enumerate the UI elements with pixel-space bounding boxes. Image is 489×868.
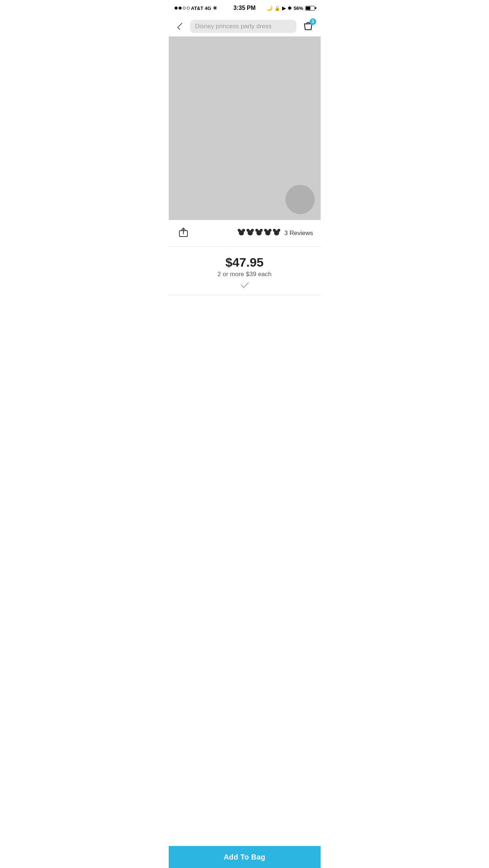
svg-point-2	[238, 229, 241, 232]
loading-icon: ✳	[213, 5, 217, 11]
clock: 3:35 PM	[233, 5, 255, 11]
svg-point-12	[269, 229, 271, 232]
battery-icon	[305, 6, 315, 11]
battery-fill	[306, 7, 310, 10]
star-5	[273, 228, 281, 238]
rating-section: 3 Reviews	[237, 228, 313, 238]
svg-point-11	[264, 229, 267, 232]
product-info: 3 Reviews $47.95 2 or more $39 each	[169, 220, 321, 295]
location-icon: ▶	[282, 6, 286, 11]
cart-badge: 3	[310, 18, 316, 25]
signal-strength	[175, 7, 190, 10]
battery-percent: 56%	[293, 6, 303, 11]
product-image	[169, 37, 321, 220]
status-bar: AT&T 4G ✳ 3:35 PM 🌙 🔒 ▶ ✱ 56%	[169, 0, 321, 16]
back-button[interactable]	[173, 20, 186, 33]
nav-bar: Disney princess party dress 3	[169, 16, 321, 37]
search-bar[interactable]: Disney princess party dress	[190, 20, 296, 33]
svg-point-9	[260, 229, 263, 232]
svg-point-15	[277, 229, 280, 232]
chevron-down-container[interactable]	[176, 278, 313, 289]
share-icon	[178, 227, 189, 239]
search-placeholder: Disney princess party dress	[195, 23, 272, 30]
add-to-bag-label: Add To Bag	[224, 853, 266, 861]
add-to-bag-button[interactable]: Add To Bag	[169, 846, 321, 868]
moon-icon: 🌙	[266, 5, 273, 11]
cart-button[interactable]: 3	[300, 18, 316, 34]
lock-icon: 🔒	[274, 6, 280, 11]
star-2	[246, 228, 254, 238]
star-4	[264, 228, 272, 238]
star-1	[237, 228, 245, 238]
svg-point-8	[255, 229, 258, 232]
signal-dot-2	[179, 7, 182, 10]
bluetooth-icon: ✱	[288, 6, 292, 11]
svg-point-3	[242, 229, 245, 232]
signal-dot-3	[183, 7, 186, 10]
reviews-count[interactable]: 3 Reviews	[284, 230, 313, 237]
price-main: $47.95	[176, 256, 313, 269]
svg-point-6	[251, 229, 254, 232]
status-right: 🌙 🔒 ▶ ✱ 56%	[266, 5, 314, 11]
stars-container	[237, 228, 281, 238]
chevron-down-icon	[240, 280, 249, 288]
share-button[interactable]	[176, 226, 191, 241]
action-row: 3 Reviews	[169, 220, 321, 247]
signal-dot-4	[187, 7, 190, 10]
price-bulk: 2 or more $39 each	[176, 271, 313, 278]
star-3	[255, 228, 263, 238]
svg-point-14	[273, 229, 276, 232]
network-label: 4G	[205, 6, 211, 11]
svg-point-5	[247, 229, 249, 232]
carrier-label: AT&T	[191, 6, 204, 11]
signal-dot-1	[175, 7, 178, 10]
product-thumbnail	[285, 185, 315, 214]
status-left: AT&T 4G ✳	[175, 5, 217, 11]
price-section: $47.95 2 or more $39 each	[169, 247, 321, 295]
back-arrow-icon	[177, 23, 185, 30]
